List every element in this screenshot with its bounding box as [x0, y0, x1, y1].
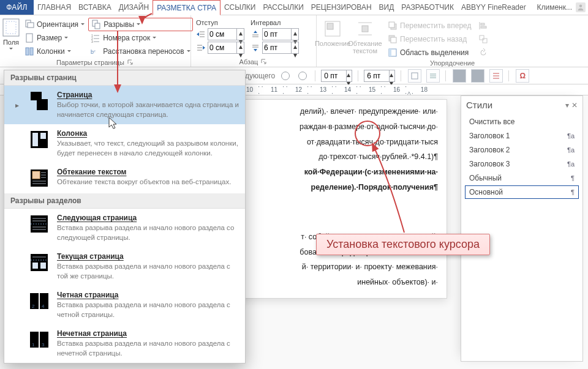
- style-item-h1[interactable]: Заголовок 1¶a: [465, 129, 579, 143]
- wrap-label: Обтекание текстом: [347, 40, 383, 54]
- tool-button-1[interactable]: [408, 69, 421, 83]
- styles-list: Очистить все Заголовок 1¶a Заголовок 2¶a…: [461, 113, 582, 201]
- svg-rect-43: [412, 73, 418, 79]
- spin-arrows[interactable]: ▴▾: [237, 28, 244, 40]
- break-item-next-page[interactable]: Следующая страница Вставка разрыва разде…: [4, 209, 245, 247]
- size-icon: [24, 33, 34, 43]
- send-backward-label: Переместить назад: [400, 35, 467, 43]
- rotate-button[interactable]: [476, 46, 491, 59]
- break-item-odd-page[interactable]: 13 Нечетная страница Вставка разрыва раз…: [4, 324, 245, 363]
- chevron-down-icon: [9, 47, 13, 51]
- ruler-mark: 18: [421, 86, 428, 93]
- tab-developer[interactable]: РАЗРАБОТЧИК: [398, 0, 458, 15]
- spin-arrows[interactable]: ▴▾: [388, 70, 395, 82]
- tab-home[interactable]: ГЛАВНАЯ: [34, 0, 75, 15]
- indent-left-field[interactable]: ▴▾: [196, 28, 244, 41]
- next-page-section-icon: [29, 214, 50, 234]
- spin-arrows[interactable]: ▴▾: [345, 70, 352, 82]
- ruler-mark: 11: [271, 86, 277, 93]
- margins-button[interactable]: Поля: [1, 17, 21, 51]
- wrap-text-button[interactable]: Обтекание текстом: [347, 18, 383, 54]
- space-after-field-2[interactable]: ▴▾: [364, 69, 395, 83]
- style-item-main[interactable]: Основной¶: [465, 185, 579, 199]
- tab-page-layout[interactable]: РАЗМЕТКА СТРА: [153, 0, 221, 15]
- spin-arrows[interactable]: ▴▾: [292, 42, 299, 54]
- tab-view[interactable]: ВИД: [375, 0, 398, 15]
- position-button[interactable]: Положение: [320, 18, 345, 47]
- size-button[interactable]: Размер: [22, 31, 87, 45]
- pane-options-icon[interactable]: ▾: [565, 101, 569, 110]
- svg-rect-5: [26, 34, 32, 42]
- ruler-mark: 14: [344, 86, 351, 93]
- space-before-input[interactable]: [262, 28, 292, 40]
- style-item-h2[interactable]: Заголовок 2¶a: [465, 143, 579, 157]
- space-after-input[interactable]: [262, 42, 292, 54]
- tool-button-3[interactable]: [453, 69, 466, 83]
- orientation-button[interactable]: Ориентация: [22, 18, 87, 31]
- pane-close-icon[interactable]: ✕: [571, 101, 578, 110]
- dialog-launcher-icon[interactable]: [260, 58, 268, 65]
- send-backward-button[interactable]: Переместить назад: [385, 32, 473, 46]
- spin-arrows[interactable]: ▴▾: [292, 28, 299, 40]
- style-item-clear[interactable]: Очистить все: [465, 115, 579, 129]
- spin-arrows[interactable]: ▴▾: [237, 42, 244, 54]
- group-button[interactable]: [476, 32, 491, 46]
- indent-left-input[interactable]: [208, 28, 237, 40]
- style-item-normal[interactable]: Обычный¶: [465, 171, 579, 185]
- style-item-h3[interactable]: Заголовок 3¶a: [465, 157, 579, 171]
- break-item-column[interactable]: Колонка Указывает, что текст, следующий …: [4, 124, 245, 163]
- tool-button-2[interactable]: [426, 69, 440, 83]
- space-after-input-2[interactable]: [364, 70, 390, 82]
- tab-review[interactable]: РЕЦЕНЗИРОВАН: [307, 0, 375, 15]
- breaks-label: Разрывы: [104, 20, 134, 29]
- omega-button[interactable]: Ω: [516, 69, 529, 83]
- tab-abbyy[interactable]: ABBYY FineReader: [458, 0, 530, 15]
- dialog-launcher-icon[interactable]: [127, 59, 134, 66]
- tab-references[interactable]: ССЫЛКИ: [221, 0, 259, 15]
- tab-design[interactable]: ДИЗАЙН: [115, 0, 153, 15]
- size-label: Размер: [37, 34, 62, 42]
- bring-forward-button[interactable]: Переместить вперед: [385, 19, 473, 32]
- spacing-heading: Интервал: [251, 19, 299, 26]
- position-label: Положение: [315, 40, 350, 47]
- space-before-input-2[interactable]: [321, 70, 347, 82]
- breaks-section-sections: Разрывы разделов: [4, 193, 245, 209]
- align-button[interactable]: [476, 19, 491, 32]
- selection-pane-label: Область выделения: [400, 48, 469, 57]
- tab-mailings[interactable]: РАССЫЛКИ: [259, 0, 307, 15]
- break-item-textwrap[interactable]: Обтекание текстом Обтекание текста вокру…: [4, 163, 245, 193]
- doc-line: ределение).·Порядок·получения¶: [311, 183, 438, 192]
- space-before-field[interactable]: ▴▾: [251, 28, 299, 41]
- hyphenation-button[interactable]: bᶜ Расстановка переносов: [88, 45, 193, 58]
- indent-right-input[interactable]: [208, 42, 237, 54]
- hyphenation-label: Расстановка переносов: [103, 47, 184, 56]
- group-icon: [478, 34, 488, 44]
- even-page-section-icon: 24: [29, 291, 50, 311]
- user-name[interactable]: Клименк...: [537, 3, 573, 12]
- tab-insert[interactable]: ВСТАВКА: [75, 0, 115, 15]
- tool-button-4[interactable]: [471, 69, 484, 83]
- tab-file[interactable]: ФАЙЛ: [0, 0, 34, 15]
- selected-arrow-icon: ▸: [15, 91, 21, 119]
- radio-option-2[interactable]: [298, 72, 307, 80]
- svg-rect-53: [32, 133, 38, 146]
- space-after-field[interactable]: ▴▾: [251, 41, 299, 54]
- columns-button[interactable]: Колонки: [22, 45, 87, 58]
- indent-right-field[interactable]: ▴▾: [196, 41, 244, 54]
- break-item-continuous[interactable]: Текущая страница Вставка разрыва раздела…: [4, 247, 245, 286]
- break-item-even-page[interactable]: 24 Четная страница Вставка разрыва разде…: [4, 286, 245, 324]
- svg-text:1: 1: [32, 342, 35, 348]
- tool-button-5[interactable]: [489, 69, 503, 83]
- line-numbers-button[interactable]: 123 Номера строк: [88, 31, 193, 45]
- break-item-page[interactable]: ▸ Страница Выбор точки, в которой заканч…: [4, 86, 245, 124]
- breaks-button[interactable]: Разрывы: [88, 18, 193, 31]
- space-after-icon: [251, 43, 260, 53]
- user-avatar-icon[interactable]: [576, 2, 586, 12]
- break-item-title: Колонка: [57, 129, 239, 138]
- chevron-down-icon: [64, 36, 68, 40]
- space-before-field-2[interactable]: ▴▾: [321, 69, 352, 83]
- radio-option-1[interactable]: [281, 72, 290, 80]
- selection-pane-button[interactable]: Область выделения: [385, 46, 473, 59]
- indent-right-icon: [196, 43, 206, 53]
- page-break-icon: [29, 91, 50, 111]
